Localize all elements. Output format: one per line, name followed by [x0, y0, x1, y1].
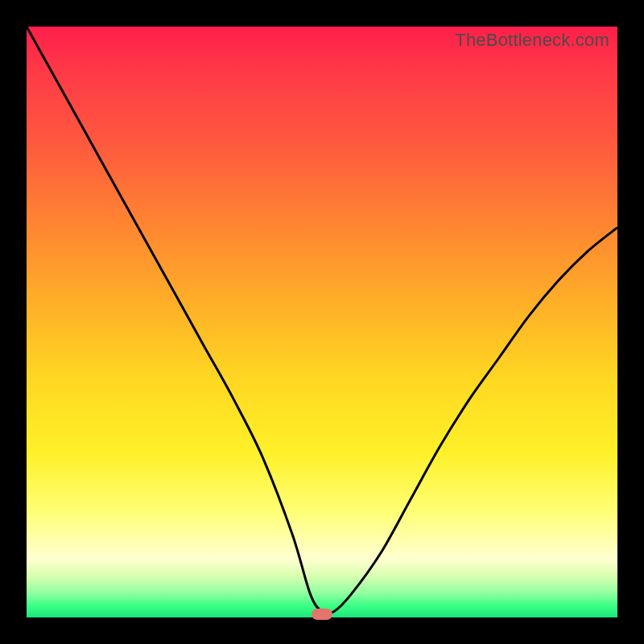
curve-path: [27, 27, 617, 613]
bottleneck-curve: [27, 27, 617, 617]
plot-area: TheBottleneck.com: [27, 27, 617, 617]
chart-frame: TheBottleneck.com: [0, 0, 644, 644]
optimal-point-marker: [312, 609, 332, 620]
